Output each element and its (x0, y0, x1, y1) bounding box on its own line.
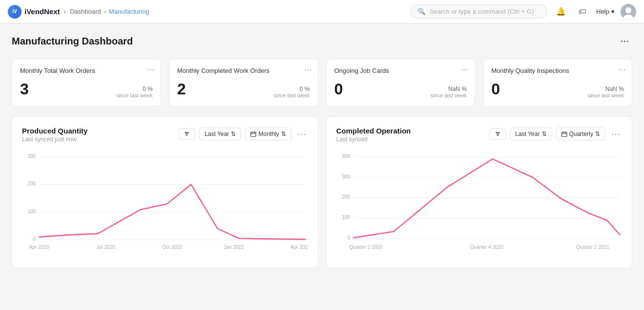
stat-menu-monthly-quality[interactable]: ⋯ (618, 65, 626, 74)
filter-button-completed[interactable] (489, 128, 506, 140)
y-label-0b: 0 (347, 235, 350, 241)
calendar-icon-produced (250, 131, 256, 137)
chart-subtitle-produced: Last synced just now (22, 136, 88, 143)
main-content: Manufacturing Dashboard ⋯ Monthly Total … (0, 23, 644, 278)
stat-card-monthly-completed: Monthly Completed Work Orders ⋯ 2 0 % si… (169, 59, 318, 107)
chart-area-completed: 400 300 200 100 0 Quarter 2 2020 (336, 151, 622, 258)
period-selector-produced[interactable]: Last Year ⇅ (199, 128, 241, 140)
stat-value-monthly-total: 3 (20, 80, 29, 98)
search-placeholder: Search or type a command (Ctrl + G) (429, 8, 534, 15)
x-label-q4-2020: Quarter 4 2020 (470, 244, 503, 250)
stat-title-monthly-total: Monthly Total Work Orders (20, 67, 153, 74)
chart-header-completed-operation: Completed Operation Last synced Last Yea… (336, 127, 622, 143)
stat-bottom-monthly-completed: 2 0 % since last week (177, 80, 310, 98)
page-more-button[interactable]: ⋯ (617, 33, 632, 49)
chart-more-produced[interactable]: ⋯ (295, 127, 308, 141)
x-label-apr2020: Apr 2020 (29, 244, 49, 250)
chart-card-produced-quantity: Produced Quantity Last synced just now L… (12, 116, 318, 268)
avatar[interactable] (621, 4, 636, 20)
y-label-200: 200 (342, 194, 350, 199)
logo-text: iVendNext (24, 7, 60, 16)
notification-icon[interactable]: 🔔 (553, 4, 569, 20)
stat-since-ongoing-job-cards: since last week (430, 92, 467, 98)
stat-bottom-monthly-quality: 0 NaN % since last week (491, 80, 624, 98)
chart-title-area-produced: Produced Quantity Last synced just now (22, 127, 88, 143)
stat-meta-monthly-total: 0 % since last week (116, 86, 153, 98)
breadcrumb-sep-1: › (64, 8, 66, 15)
chart-svg-completed: 400 300 200 100 0 Quarter 2 2020 (336, 151, 622, 258)
search-bar[interactable]: 🔍 Search or type a command (Ctrl + G) (410, 4, 547, 19)
stat-title-ongoing-job-cards: Ongoing Job Cards (334, 67, 467, 74)
search-icon: 🔍 (418, 8, 425, 15)
filter-icon-completed (495, 131, 501, 137)
chart-title-area-completed: Completed Operation Last synced (336, 127, 411, 143)
stat-percent-monthly-total: 0 % (116, 86, 153, 92)
logo[interactable]: iV iVendNext (8, 5, 60, 19)
page-title: Manufacturing Dashboard (12, 36, 133, 47)
filter-icon-produced (184, 131, 190, 137)
stat-meta-monthly-completed: 0 % since last week (273, 86, 310, 98)
chart-line-completed (354, 159, 620, 238)
stat-menu-monthly-total[interactable]: ⋯ (147, 65, 155, 74)
breadcrumb-dashboard[interactable]: Dashboard (70, 8, 101, 15)
svg-rect-13 (561, 132, 567, 136)
header-right: 🔍 Search or type a command (Ctrl + G) 🔔 … (410, 4, 636, 20)
interval-selector-completed[interactable]: Quarterly ⇅ (556, 128, 605, 140)
stat-card-ongoing-job-cards: Ongoing Job Cards ⋯ 0 NaN % since last w… (326, 59, 475, 107)
period-chevron-produced: ⇅ (231, 131, 236, 137)
period-value-produced: Last Year (204, 131, 229, 137)
calendar-icon-completed (561, 131, 567, 137)
x-label-q2-2021: Quarter 2 2021 (576, 244, 609, 250)
chart-header-produced-quantity: Produced Quantity Last synced just now L… (22, 127, 308, 143)
help-chevron-icon: ▾ (611, 8, 615, 15)
interval-selector-produced[interactable]: Monthly ⇅ (245, 128, 291, 140)
stat-since-monthly-total: since last week (116, 92, 153, 98)
x-label-apr2021: Apr 2021 (290, 244, 308, 250)
period-value-completed: Last Year (515, 131, 540, 137)
stat-menu-ongoing-job-cards[interactable]: ⋯ (461, 65, 469, 74)
stat-value-monthly-completed: 2 (177, 80, 186, 98)
breadcrumb: Dashboard › Manufacturing (70, 8, 149, 15)
period-selector-completed[interactable]: Last Year ⇅ (510, 128, 552, 140)
y-label-0: 0 (33, 236, 36, 242)
chart-svg-produced: 300 200 100 0 Apr 2020 Jul 2020 (22, 151, 308, 258)
period-chevron-completed: ⇅ (542, 131, 547, 137)
y-label-300: 300 (27, 153, 36, 158)
chart-card-completed-operation: Completed Operation Last synced Last Yea… (326, 116, 633, 268)
page-title-bar: Manufacturing Dashboard ⋯ (12, 33, 632, 49)
stat-since-monthly-completed: since last week (273, 92, 310, 98)
filter-button-produced[interactable] (178, 128, 195, 140)
stat-menu-monthly-completed[interactable]: ⋯ (304, 65, 312, 74)
stat-meta-monthly-quality: NaN % since last week (587, 86, 624, 98)
x-label-jul2020: Jul 2020 (96, 244, 115, 250)
chart-title-completed: Completed Operation (336, 127, 411, 135)
tag-icon[interactable]: 🏷 (575, 4, 590, 20)
interval-chevron-produced: ⇅ (281, 131, 286, 137)
stat-bottom-monthly-total: 3 0 % since last week (20, 80, 153, 98)
interval-value-produced: Monthly (258, 131, 279, 137)
y-label-100: 100 (342, 215, 350, 220)
stat-value-ongoing-job-cards: 0 (334, 80, 343, 98)
y-label-200: 200 (27, 181, 36, 186)
stat-value-monthly-quality: 0 (491, 80, 500, 98)
x-label-q2-2020: Quarter 2 2020 (349, 244, 382, 250)
chart-more-completed[interactable]: ⋯ (609, 127, 622, 141)
chart-subtitle-completed: Last synced (336, 136, 411, 143)
stat-title-monthly-quality: Monthly Quality Inspections (491, 67, 624, 74)
stat-bottom-ongoing-job-cards: 0 NaN % since last week (334, 80, 467, 98)
help-button[interactable]: Help ▾ (596, 8, 615, 15)
breadcrumb-manufacturing[interactable]: Manufacturing (109, 8, 149, 15)
stat-percent-monthly-quality: NaN % (587, 86, 624, 92)
help-label: Help (596, 8, 609, 15)
chart-controls-completed: Last Year ⇅ Quarterly ⇅ ⋯ (489, 127, 622, 141)
y-label-100: 100 (27, 209, 36, 214)
stats-row: Monthly Total Work Orders ⋯ 3 0 % since … (12, 59, 632, 107)
x-label-oct2020: Oct 2020 (162, 244, 182, 250)
interval-value-completed: Quarterly (569, 131, 593, 137)
stat-percent-monthly-completed: 0 % (273, 86, 310, 92)
stat-title-monthly-completed: Monthly Completed Work Orders (177, 67, 310, 74)
y-label-300: 300 (342, 174, 350, 179)
chart-title-produced: Produced Quantity (22, 127, 88, 135)
stat-percent-ongoing-job-cards: NaN % (430, 86, 467, 92)
stat-card-monthly-quality: Monthly Quality Inspections ⋯ 0 NaN % si… (483, 59, 632, 107)
